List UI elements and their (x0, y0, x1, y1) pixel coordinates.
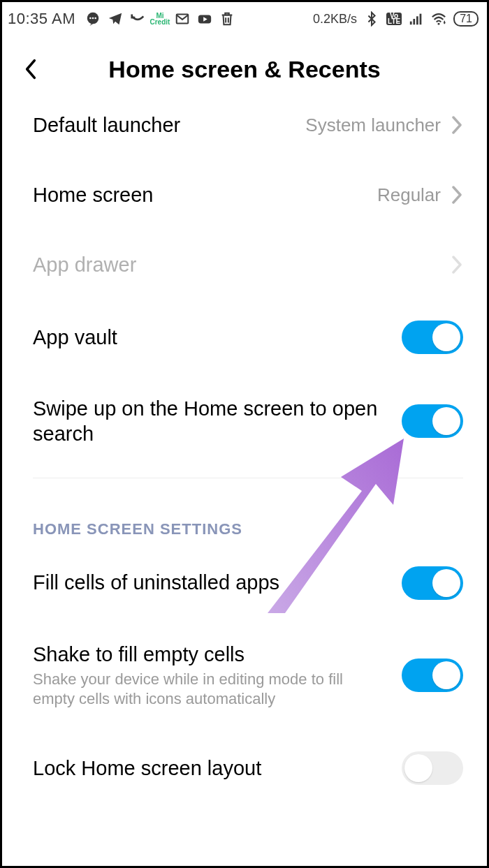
row-app-vault[interactable]: App vault (2, 300, 487, 375)
chevron-right-icon (451, 115, 463, 135)
svg-point-10 (438, 23, 440, 25)
battery-percent: 71 (460, 13, 472, 25)
svg-point-1 (89, 17, 92, 20)
wifi-icon (431, 11, 446, 27)
row-label: Fill cells of uninstalled apps (33, 570, 388, 595)
toggle-lock-layout[interactable] (402, 751, 463, 785)
row-value: Regular (377, 184, 441, 206)
row-swipe-up-search[interactable]: Swipe up on the Home screen to open sear… (2, 375, 487, 468)
chevron-right-icon (451, 185, 463, 205)
missed-call-icon (130, 11, 145, 27)
row-label: Lock Home screen layout (33, 756, 388, 781)
row-subtitle: Shake your device while in editing mode … (33, 670, 388, 709)
row-lock-layout[interactable]: Lock Home screen layout (2, 730, 487, 806)
row-label: Shake to fill empty cells (33, 642, 388, 667)
row-fill-cells[interactable]: Fill cells of uninstalled apps (2, 545, 487, 621)
telegram-icon (108, 11, 123, 27)
row-shake-fill[interactable]: Shake to fill empty cells Shake your dev… (2, 621, 487, 730)
settings-list: Default launcher System launcher Home sc… (2, 90, 487, 806)
youtube-icon (197, 11, 212, 27)
data-rate: 0.2KB/s (313, 12, 357, 27)
svg-rect-9 (420, 14, 422, 25)
row-home-screen[interactable]: Home screen Regular (2, 160, 487, 230)
row-default-launcher[interactable]: Default launcher System launcher (2, 90, 487, 160)
svg-point-2 (92, 17, 94, 20)
signal-icon (409, 11, 424, 27)
header: Home screen & Recents (2, 36, 487, 90)
status-bar: 10:35 AM MiCredit 0.2KB/s VoLTE (2, 2, 487, 36)
row-label: App drawer (33, 252, 437, 277)
toggle-shake-fill[interactable] (402, 659, 463, 692)
bluetooth-icon (364, 11, 379, 27)
row-label: Swipe up on the Home screen to open sear… (33, 396, 388, 447)
row-value: System launcher (305, 115, 441, 136)
toggle-swipe-up-search[interactable] (402, 404, 463, 438)
svg-rect-7 (414, 19, 416, 24)
mi-credit-icon: MiCredit (152, 11, 168, 27)
chat-icon (85, 11, 101, 27)
status-time: 10:35 AM (8, 10, 75, 28)
gmail-icon (175, 11, 190, 27)
svg-rect-8 (416, 16, 418, 24)
battery-indicator: 71 (453, 11, 479, 27)
toggle-fill-cells[interactable] (402, 566, 463, 600)
row-label: Home screen (33, 182, 363, 207)
svg-point-3 (94, 17, 96, 20)
toggle-app-vault[interactable] (402, 321, 463, 354)
trash-icon (219, 11, 235, 27)
row-label: App vault (33, 325, 388, 350)
section-header-home-settings: HOME SCREEN SETTINGS (2, 478, 487, 545)
chevron-right-icon (451, 255, 463, 274)
page-title: Home screen & Recents (23, 56, 466, 83)
row-label: Default launcher (33, 112, 291, 138)
svg-rect-6 (410, 22, 412, 25)
volte-badge: VoLTE (386, 13, 402, 25)
row-app-drawer: App drawer (2, 230, 487, 300)
